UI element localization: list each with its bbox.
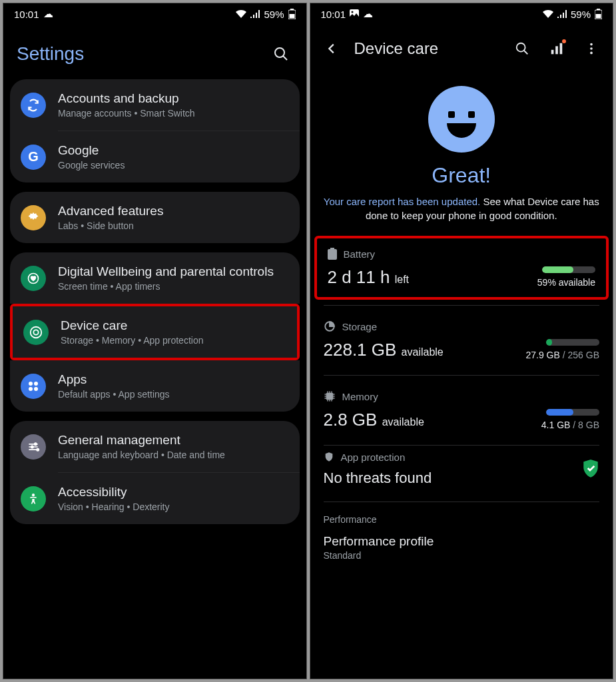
battery-icon	[595, 9, 602, 19]
battery-icon	[288, 9, 296, 19]
settings-group: Advanced features Labs • Side button	[10, 192, 300, 243]
svg-point-8	[29, 382, 33, 386]
wifi-icon	[543, 10, 553, 18]
memory-bar	[546, 409, 599, 416]
more-button[interactable]	[579, 37, 603, 61]
device-care-icon	[23, 320, 49, 345]
stat-label: Memory	[342, 391, 378, 402]
back-button[interactable]	[320, 37, 344, 61]
item-title: Accessibility	[58, 485, 289, 500]
svg-point-7	[33, 330, 38, 334]
memory-usage: 4.1 GB / 8 GB	[541, 420, 599, 430]
stat-battery[interactable]: Battery 2 d 11 h left 59% available	[314, 236, 609, 300]
status-face-icon	[428, 86, 495, 153]
search-button[interactable]	[269, 42, 293, 66]
item-subtitle: Default apps • App settings	[58, 389, 289, 400]
gear-icon	[21, 205, 46, 230]
highlight-device-care: Device care Storage • Memory • App prote…	[10, 304, 300, 360]
search-button[interactable]	[510, 37, 534, 61]
settings-item-advanced-features[interactable]: Advanced features Labs • Side button	[10, 192, 300, 243]
item-title: Advanced features	[58, 204, 289, 218]
svg-rect-22	[551, 50, 554, 54]
settings-group: Apps Default apps • App settings	[10, 360, 300, 412]
svg-point-12	[35, 443, 37, 445]
shield-check-icon	[582, 459, 599, 479]
settings-item-google[interactable]: G Google Google services	[10, 131, 300, 182]
svg-rect-28	[330, 248, 334, 249]
item-value: Standard	[324, 550, 600, 561]
stat-main: 228.1 GB available	[324, 340, 444, 360]
battery-percent: 59%	[571, 9, 591, 20]
performance-profile-item[interactable]: Performance profile Standard	[324, 534, 600, 561]
item-title: General management	[58, 433, 289, 448]
storage-icon	[324, 320, 336, 332]
svg-point-6	[31, 326, 42, 338]
settings-item-device-care[interactable]: Device care Storage • Memory • App prote…	[13, 306, 297, 358]
stat-main: 2.8 GB available	[324, 410, 424, 430]
wifi-icon	[236, 10, 246, 18]
device-care-header: Device care	[310, 25, 613, 73]
svg-point-11	[34, 387, 38, 391]
divider	[324, 502, 600, 502]
stats-button[interactable]	[545, 37, 569, 61]
status-time: 10:01	[14, 9, 39, 20]
settings-group: Digital Wellbeing and parental controls …	[10, 252, 300, 304]
sync-icon	[21, 93, 46, 118]
svg-rect-24	[560, 43, 563, 55]
image-icon	[350, 9, 359, 19]
item-title: Accounts and backup	[58, 91, 289, 106]
svg-point-14	[37, 448, 39, 450]
svg-point-26	[590, 47, 593, 50]
item-subtitle: Screen time • App timers	[58, 281, 289, 292]
svg-point-13	[31, 446, 33, 448]
sliders-icon	[21, 434, 46, 460]
battery-bar	[542, 266, 595, 273]
stat-label: Storage	[342, 321, 378, 332]
settings-header: Settings	[3, 25, 306, 79]
storage-usage: 27.9 GB / 256 GB	[525, 350, 599, 360]
svg-rect-20	[596, 14, 601, 19]
page-title: Device care	[354, 39, 500, 58]
stat-main: 2 d 11 h left	[328, 267, 410, 288]
stat-memory[interactable]: Memory 2.8 GB available 4.1 GB / 8 GB	[310, 381, 613, 440]
divider	[324, 445, 600, 446]
svg-point-17	[352, 11, 354, 13]
battery-icon	[328, 248, 337, 260]
divider	[324, 305, 600, 306]
item-title: Digital Wellbeing and parental controls	[58, 264, 289, 279]
divider	[324, 375, 600, 376]
google-icon: G	[21, 145, 46, 170]
signal-icon	[250, 10, 260, 18]
status-title: Great!	[310, 163, 613, 188]
status-bar: 10:01 ☁ 59%	[310, 3, 613, 25]
settings-item-digital-wellbeing[interactable]: Digital Wellbeing and parental controls …	[10, 252, 300, 304]
svg-rect-31	[326, 393, 333, 400]
settings-item-accessibility[interactable]: Accessibility Vision • Hearing • Dexteri…	[10, 473, 300, 524]
item-subtitle: Google services	[58, 160, 289, 170]
svg-point-27	[590, 52, 593, 55]
battery-percent: 59%	[264, 9, 284, 20]
apps-icon	[21, 374, 46, 399]
item-subtitle: Manage accounts • Smart Switch	[58, 108, 289, 119]
item-subtitle: Labs • Side button	[58, 220, 289, 231]
settings-item-accounts-backup[interactable]: Accounts and backup Manage accounts • Sm…	[10, 79, 300, 131]
item-subtitle: Storage • Memory • App protection	[61, 335, 286, 346]
status-report: Your care report has been updated. See w…	[310, 194, 613, 236]
svg-point-3	[275, 48, 284, 57]
settings-screen: 10:01 ☁ 59% Settings Ac	[3, 3, 307, 679]
svg-rect-29	[328, 249, 337, 260]
status-time: 10:01	[321, 9, 346, 20]
stat-app-protection[interactable]: App protection No threats found	[310, 451, 613, 496]
stat-storage[interactable]: Storage 228.1 GB available 27.9 GB / 256…	[310, 311, 613, 370]
settings-item-apps[interactable]: Apps Default apps • App settings	[10, 360, 300, 412]
settings-group: Accounts and backup Manage accounts • Sm…	[10, 79, 300, 182]
svg-point-25	[590, 43, 593, 46]
battery-available: 59% available	[537, 277, 595, 288]
settings-item-general-management[interactable]: General management Language and keyboard…	[10, 421, 300, 472]
item-title: Google	[58, 143, 289, 158]
stat-label: Battery	[344, 248, 376, 260]
shield-icon	[324, 451, 334, 463]
heart-icon	[21, 266, 46, 291]
accessibility-icon	[21, 486, 46, 512]
settings-group: General management Language and keyboard…	[10, 421, 300, 524]
